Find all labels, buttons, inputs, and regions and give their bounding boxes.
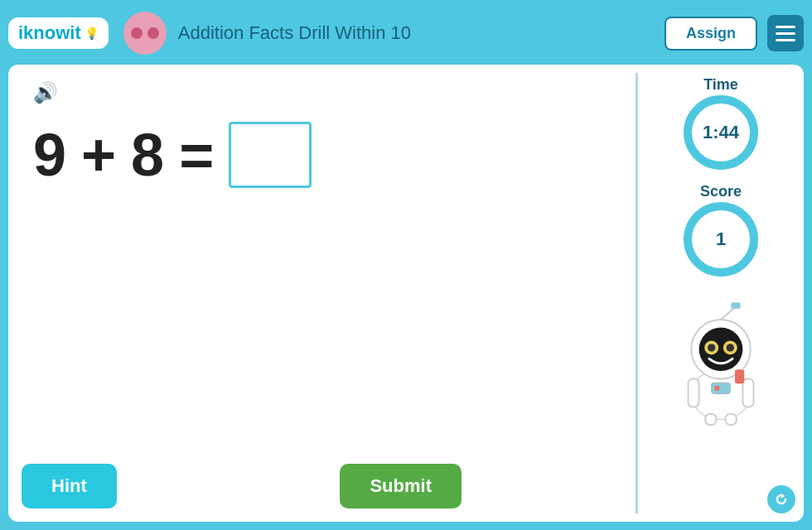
menu-button[interactable] bbox=[767, 15, 804, 51]
hamburger-line bbox=[776, 32, 795, 35]
svg-rect-9 bbox=[688, 379, 698, 407]
back-arrow-button[interactable] bbox=[767, 485, 795, 513]
operator: + bbox=[81, 121, 116, 189]
score-label: Score bbox=[700, 183, 742, 200]
page-title: Addition Facts Drill Within 10 bbox=[178, 22, 665, 44]
right-panel: Time 1:44 Score 1 bbox=[638, 65, 804, 522]
header: iknowit 💡 Addition Facts Drill Within 10… bbox=[8, 8, 804, 58]
equation: 9 + 8 = bbox=[33, 121, 611, 189]
svg-rect-8 bbox=[731, 302, 740, 309]
svg-rect-13 bbox=[735, 369, 744, 383]
svg-rect-11 bbox=[705, 414, 716, 425]
svg-point-5 bbox=[708, 344, 715, 351]
logo-area: iknowit 💡 bbox=[8, 12, 167, 55]
main-content: 🔊 9 + 8 = Hint Submit Time 1:44 Sc bbox=[8, 65, 804, 522]
time-stat: Time 1:44 bbox=[684, 76, 758, 170]
avatar-dot bbox=[147, 27, 159, 39]
time-circle: 1:44 bbox=[684, 95, 758, 170]
bottom-bar: Hint Submit bbox=[22, 464, 462, 508]
avatar bbox=[123, 12, 167, 55]
mascot bbox=[663, 293, 779, 426]
score-circle: 1 bbox=[684, 202, 758, 277]
sound-icon[interactable]: 🔊 bbox=[33, 81, 611, 104]
hint-button[interactable]: Hint bbox=[22, 464, 117, 508]
time-label: Time bbox=[703, 76, 738, 94]
hamburger-line bbox=[776, 26, 795, 28]
svg-rect-10 bbox=[742, 379, 753, 407]
avatar-dot bbox=[131, 27, 143, 39]
operand2: 8 bbox=[131, 121, 164, 189]
operand1: 9 bbox=[33, 121, 66, 189]
answer-input-box[interactable] bbox=[229, 122, 312, 188]
assign-button[interactable]: Assign bbox=[665, 17, 757, 51]
score-stat: Score 1 bbox=[684, 183, 758, 277]
header-actions: Assign bbox=[665, 15, 804, 51]
svg-rect-15 bbox=[714, 386, 719, 391]
submit-button[interactable]: Submit bbox=[340, 464, 462, 508]
svg-marker-16 bbox=[781, 494, 785, 499]
svg-rect-12 bbox=[726, 414, 737, 425]
equals-sign: = bbox=[179, 121, 214, 189]
question-panel: 🔊 9 + 8 = Hint Submit bbox=[8, 65, 636, 522]
hamburger-line bbox=[776, 39, 795, 41]
logo-box: iknowit 💡 bbox=[8, 17, 109, 49]
svg-line-7 bbox=[721, 307, 735, 320]
bulb-icon: 💡 bbox=[85, 26, 99, 40]
logo-text: iknowit bbox=[18, 22, 81, 44]
robot-illustration bbox=[663, 293, 779, 426]
svg-point-6 bbox=[727, 344, 734, 351]
svg-rect-14 bbox=[712, 383, 731, 393]
